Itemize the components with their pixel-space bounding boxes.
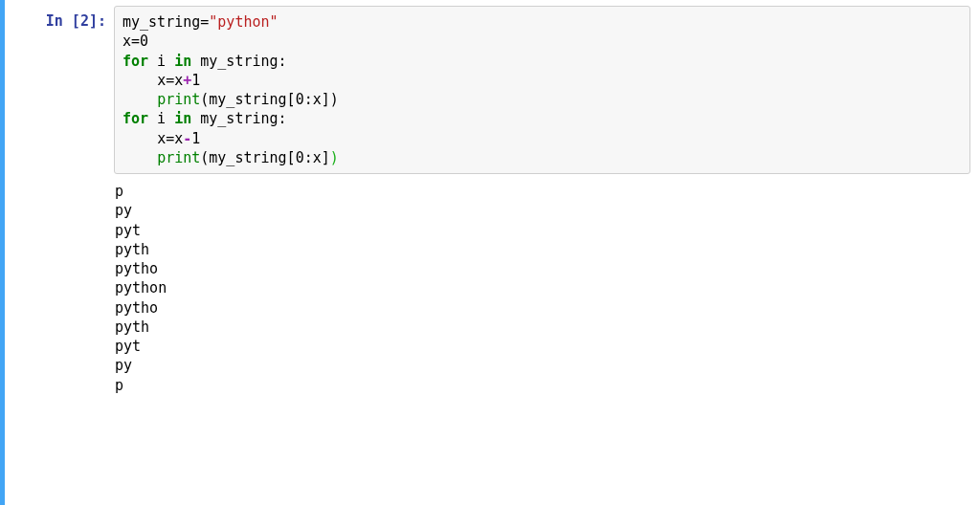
code-token: : xyxy=(304,149,313,166)
code-token: my_string xyxy=(191,53,278,70)
output-line: p xyxy=(115,183,123,200)
code-token: in xyxy=(174,53,191,70)
code-token: my_string xyxy=(209,149,286,166)
output-line: py xyxy=(115,202,132,219)
code-token: : xyxy=(304,91,313,108)
code-token: 0 xyxy=(296,149,304,166)
cell-output: p py pyt pyth pytho python pytho pyth py… xyxy=(114,174,970,395)
code-token: in xyxy=(174,110,191,127)
code-token: for xyxy=(122,110,148,127)
code-token: = xyxy=(166,72,174,89)
input-prompt: In [2]: xyxy=(14,6,114,495)
code-token xyxy=(122,149,157,166)
output-line: pyt xyxy=(115,338,141,355)
code-token: x xyxy=(174,72,183,89)
code-token xyxy=(122,91,157,108)
prompt-suffix: ]: xyxy=(89,12,106,30)
code-token: ( xyxy=(200,149,209,166)
cell-main: my_string="python" x=0 for i in my_strin… xyxy=(114,6,970,495)
output-line: pyth xyxy=(115,318,149,336)
code-token: ] xyxy=(322,149,330,166)
code-token: = xyxy=(200,13,209,31)
code-token: ) xyxy=(330,149,339,166)
code-token: ] xyxy=(322,91,330,108)
code-token: [ xyxy=(287,91,296,108)
code-token: x xyxy=(174,130,183,147)
code-token: i xyxy=(148,110,174,127)
code-token: i xyxy=(148,53,174,70)
code-token: 1 xyxy=(191,72,200,89)
output-line: py xyxy=(115,357,132,374)
output-line: pyth xyxy=(115,241,149,258)
code-token: = xyxy=(131,33,140,50)
code-token: x xyxy=(157,130,166,147)
output-line: python xyxy=(115,279,167,296)
code-token: ) xyxy=(330,91,339,108)
code-token: : xyxy=(278,53,287,70)
code-token: x xyxy=(157,72,166,89)
code-token: for xyxy=(122,53,148,70)
code-token xyxy=(122,130,157,147)
prompt-prefix: In [ xyxy=(46,12,80,30)
output-line: p xyxy=(115,377,123,394)
code-token: 0 xyxy=(296,91,304,108)
code-token: = xyxy=(166,130,174,147)
notebook-cell: In [2]: my_string="python" x=0 for i in … xyxy=(0,0,980,505)
code-token: print xyxy=(157,149,200,166)
output-line: pytho xyxy=(115,299,158,317)
code-token: 1 xyxy=(191,130,200,147)
prompt-number: 2 xyxy=(80,12,89,30)
code-token: "python" xyxy=(209,13,278,31)
code-token: x xyxy=(313,149,322,166)
code-token: print xyxy=(157,91,200,108)
code-token: ( xyxy=(200,91,209,108)
code-token: my_string xyxy=(191,110,278,127)
code-input[interactable]: my_string="python" x=0 for i in my_strin… xyxy=(114,6,970,174)
code-token: my_string xyxy=(209,91,286,108)
code-token: 0 xyxy=(140,33,148,50)
code-token: + xyxy=(183,72,191,89)
output-line: pytho xyxy=(115,260,158,277)
code-token: : xyxy=(278,110,287,127)
code-token xyxy=(122,72,157,89)
code-token: my_string xyxy=(122,13,200,31)
code-token: x xyxy=(313,91,322,108)
code-token: x xyxy=(122,33,131,50)
code-token: [ xyxy=(287,149,296,166)
code-token: - xyxy=(183,130,191,147)
output-line: pyt xyxy=(115,222,141,239)
